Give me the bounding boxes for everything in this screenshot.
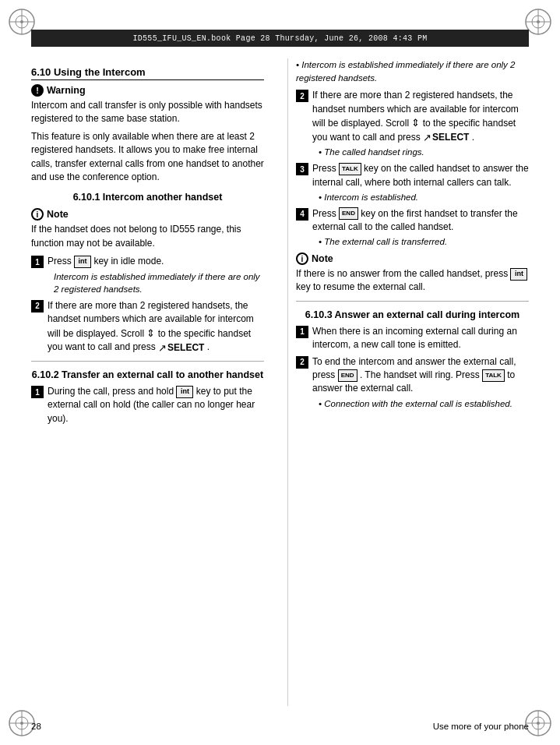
warning-text1: Intercom and call transfer is only possi… bbox=[31, 99, 264, 126]
note2-block: i Note If there is no answer from the ca… bbox=[296, 252, 529, 295]
footer: 28 Use more of your phone bbox=[31, 722, 529, 731]
step-6102-1-content: During the call, press and hold int key … bbox=[48, 385, 264, 425]
warning-block: ! Warning Intercom and call transfer is … bbox=[31, 84, 264, 184]
warning-icon: ! bbox=[31, 84, 44, 97]
svg-point-14 bbox=[20, 722, 23, 725]
step3-talk-key: TALK bbox=[339, 163, 361, 175]
step-1-num: 1 bbox=[31, 256, 44, 268]
step-4-right: 4 Press END key on the first handset to … bbox=[296, 207, 529, 249]
note1-block: i Note If the handset does not belong to… bbox=[31, 208, 264, 250]
svg-point-4 bbox=[20, 20, 23, 23]
step2-select-key: ↗SELECT bbox=[158, 341, 204, 355]
left-column: 6.10 Using the Intercom ! Warning Interc… bbox=[31, 58, 272, 706]
step-2-right-num: 2 bbox=[296, 90, 308, 102]
step2b-text: During the call, press and hold bbox=[48, 386, 174, 397]
note2-title: Note bbox=[312, 253, 333, 264]
step4-end-key: END bbox=[339, 207, 358, 220]
warning-title: Warning bbox=[47, 85, 86, 96]
step3b-talk-key: TALK bbox=[482, 369, 505, 382]
divider-left bbox=[31, 361, 264, 362]
right-step4-press: Press bbox=[312, 208, 336, 219]
step-1-left: 1 Press int key in idle mode. Intercom i… bbox=[31, 255, 264, 296]
step-2-right: 2 If there are more than 2 registered ha… bbox=[296, 89, 529, 159]
step-6103-2-num: 2 bbox=[296, 356, 308, 369]
page: ID555_IFU_US_EN.book Page 28 Thursday, J… bbox=[0, 0, 560, 745]
content-area: 6.10 Using the Intercom ! Warning Interc… bbox=[31, 58, 529, 706]
step-6103-2: 2 To end the intercom and answer the ext… bbox=[296, 355, 529, 411]
step-6103-1-num: 1 bbox=[296, 326, 308, 338]
step2b-int-key: int bbox=[176, 386, 193, 398]
right-step2-bullet: • The called handset rings. bbox=[319, 146, 529, 159]
note2-int-key: int bbox=[510, 268, 527, 281]
warning-label: ! Warning bbox=[31, 84, 264, 97]
step-2-content: If there are more than 2 registered hand… bbox=[48, 299, 264, 355]
step-6102-1: 1 During the call, press and hold int ke… bbox=[31, 385, 264, 425]
footer-text: Use more of your phone bbox=[433, 722, 529, 731]
step1-bullet: Intercom is established immediately if t… bbox=[54, 270, 264, 296]
right-bullet1: • Intercom is established immediately if… bbox=[296, 58, 529, 84]
right-step2-select: ↗SELECT bbox=[423, 131, 469, 144]
right-step3-press: Press bbox=[312, 163, 336, 174]
step-6103-1-content: When there is an incoming external call … bbox=[312, 325, 529, 352]
step-4-right-num: 4 bbox=[296, 208, 308, 221]
right-step2-scroll: ⇕ bbox=[411, 117, 420, 129]
step1-int-key: int bbox=[74, 256, 91, 268]
section-610-title: 6.10 Using the Intercom bbox=[31, 66, 264, 80]
step2-scroll-icon: ⇕ bbox=[146, 327, 155, 339]
divider-right bbox=[296, 301, 529, 302]
step-4-right-content: Press END key on the first handset to tr… bbox=[312, 207, 529, 249]
step-3-right-num: 3 bbox=[296, 163, 308, 175]
header-text: ID555_IFU_US_EN.book Page 28 Thursday, J… bbox=[132, 34, 427, 43]
right-step3-bullet: • Intercom is established. bbox=[319, 191, 529, 204]
note2-label: i Note bbox=[296, 252, 529, 265]
section-6103-title: 6.10.3 Answer an external call during in… bbox=[296, 309, 529, 322]
step-3-right-content: Press TALK key on the called handset to … bbox=[312, 162, 529, 203]
header-bar: ID555_IFU_US_EN.book Page 28 Thursday, J… bbox=[31, 30, 529, 47]
note1-label: i Note bbox=[31, 208, 264, 221]
step3b-bullet: • Connection with the external call is e… bbox=[319, 397, 529, 411]
step-2-left: 2 If there are more than 2 registered ha… bbox=[31, 299, 264, 355]
note1-icon: i bbox=[31, 208, 44, 221]
step-1-content: Press int key in idle mode. Intercom is … bbox=[48, 255, 264, 296]
step1-press: Press bbox=[48, 256, 72, 267]
section-6101-title: 6.10.1 Intercom another handset bbox=[31, 192, 264, 204]
step-6103-1: 1 When there is an incoming external cal… bbox=[296, 325, 529, 352]
step3b-end-key: END bbox=[338, 369, 357, 382]
warning-text2: This feature is only available when ther… bbox=[31, 130, 264, 185]
right-step4-bullet: • The external call is transferred. bbox=[319, 235, 529, 249]
svg-point-9 bbox=[537, 20, 540, 23]
note1-text: If the handset does not belong to ID555 … bbox=[31, 223, 264, 250]
step-2-right-content: If there are more than 2 registered hand… bbox=[312, 89, 529, 159]
step1-text: key in idle mode. bbox=[93, 256, 164, 267]
step-2-num: 2 bbox=[31, 300, 44, 312]
step3b-text2: . The handset will ring. Press bbox=[360, 369, 480, 380]
step-3-right: 3 Press TALK key on the called handset t… bbox=[296, 162, 529, 203]
right-column: • Intercom is established immediately if… bbox=[287, 58, 529, 706]
note2-text: If there is no answer from the called ha… bbox=[296, 267, 529, 295]
section-6102-title: 6.10.2 Transfer an external call to anot… bbox=[31, 369, 264, 382]
svg-point-19 bbox=[537, 722, 540, 725]
step-6103-2-content: To end the intercom and answer the exter… bbox=[312, 355, 529, 411]
step-6102-1-num: 1 bbox=[31, 386, 44, 398]
footer-page-num: 28 bbox=[31, 722, 41, 731]
note2-icon: i bbox=[296, 252, 308, 265]
note1-title: Note bbox=[47, 209, 69, 220]
